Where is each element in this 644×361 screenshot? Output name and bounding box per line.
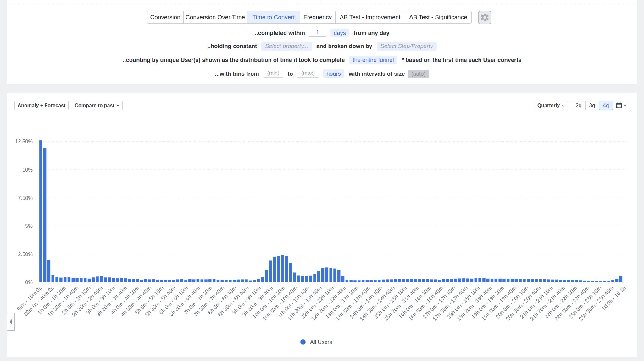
svg-text:12.50%: 12.50% (15, 139, 33, 144)
svg-text:0%: 0% (25, 279, 33, 285)
svg-text:10%: 10% (22, 167, 33, 172)
svg-text:All Users: All Users (310, 339, 332, 345)
svg-text:7.50%: 7.50% (18, 195, 33, 201)
svg-text:5%: 5% (25, 223, 33, 229)
svg-text:2.50%: 2.50% (18, 251, 33, 257)
